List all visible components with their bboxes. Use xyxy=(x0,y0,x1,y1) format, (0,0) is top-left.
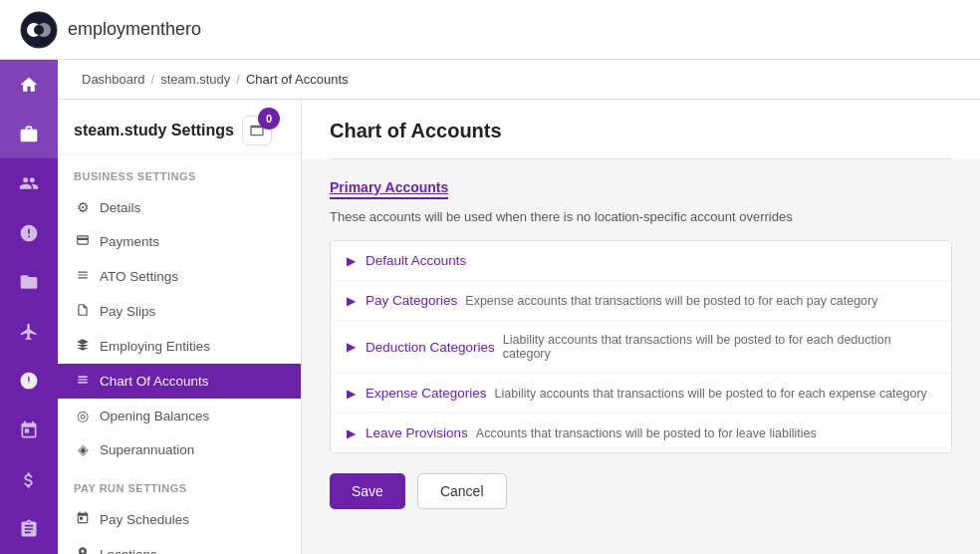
account-row-default[interactable]: ▶ Default Accounts xyxy=(331,241,951,281)
account-name-deduction: Deduction Categories xyxy=(366,340,495,355)
content-area: Dashboard / steam.study / Chart of Accou… xyxy=(58,60,980,554)
payments-icon xyxy=(74,233,92,250)
breadcrumb: Dashboard / steam.study / Chart of Accou… xyxy=(82,72,956,87)
breadcrumb-sep-1: / xyxy=(151,72,155,87)
account-name-expense: Expense Categories xyxy=(366,386,487,401)
nav-opening-balances[interactable]: ◎ Opening Balances xyxy=(58,399,301,432)
nav-ato-settings[interactable]: ATO Settings xyxy=(58,259,301,294)
primary-accounts-desc: These accounts will be used when there i… xyxy=(330,209,952,224)
nav-opening-label: Opening Balances xyxy=(100,409,209,423)
nav-employing-entities[interactable]: Employing Entities xyxy=(58,329,301,364)
sidebar-icon-dollar[interactable] xyxy=(0,455,58,505)
nav-locations-label: Locations xyxy=(100,547,157,554)
chevron-deduction-icon: ▶ xyxy=(347,340,356,354)
pay-schedules-icon xyxy=(74,511,92,528)
breadcrumb-bar: Dashboard / steam.study / Chart of Accou… xyxy=(58,60,980,100)
sidebar-icon-briefcase[interactable] xyxy=(0,110,58,159)
nav-payslips-label: Pay Slips xyxy=(100,304,155,319)
nav-details[interactable]: ⚙ Details xyxy=(58,190,301,224)
account-desc-expense: Liability accounts that transactions wil… xyxy=(495,387,927,401)
main-page-body: Primary Accounts These accounts will be … xyxy=(302,159,980,554)
nav-pay-schedules[interactable]: Pay Schedules xyxy=(58,502,301,537)
locations-icon xyxy=(74,546,92,554)
svg-point-3 xyxy=(34,25,44,35)
chart-accounts-icon xyxy=(74,373,92,390)
nav-ato-label: ATO Settings xyxy=(100,269,178,284)
notification-badge: 0 xyxy=(258,108,280,130)
cancel-button[interactable]: Cancel xyxy=(417,473,507,509)
nav-payments-label: Payments xyxy=(100,234,159,249)
employing-icon xyxy=(74,338,92,355)
account-row-expense-cat[interactable]: ▶ Expense Categories Liability accounts … xyxy=(331,374,951,414)
account-desc-pay-cat: Expense accounts that transactions will … xyxy=(465,294,877,308)
nav-chart-of-accounts[interactable]: Chart Of Accounts xyxy=(58,364,301,399)
sidebar-icon-folder[interactable] xyxy=(0,257,58,307)
account-name-pay-cat: Pay Categories xyxy=(366,293,457,308)
chart-header: Chart of Accounts xyxy=(302,100,980,159)
top-nav: employmenthero xyxy=(0,0,980,60)
account-name-default: Default Accounts xyxy=(366,253,466,268)
payslips-icon xyxy=(74,303,92,320)
save-button[interactable]: Save xyxy=(330,473,405,509)
sidebar-icon-home[interactable] xyxy=(0,60,58,110)
nav-superannuation[interactable]: ◈ Superannuation xyxy=(58,432,301,466)
business-settings-title: BUSINESS SETTINGS xyxy=(58,154,301,190)
account-desc-deduction: Liability accounts that transactions wil… xyxy=(503,333,935,361)
account-desc-leave: Accounts that transactions will be poste… xyxy=(476,426,817,440)
sidebar-icon-plane[interactable] xyxy=(0,307,58,357)
account-row-deduction-cat[interactable]: ▶ Deduction Categories Liability account… xyxy=(331,321,951,374)
account-row-pay-categories[interactable]: ▶ Pay Categories Expense accounts that t… xyxy=(331,281,951,321)
nav-pay-schedules-label: Pay Schedules xyxy=(100,512,189,527)
ato-icon xyxy=(74,268,92,285)
nav-locations[interactable]: Locations xyxy=(58,537,301,554)
action-buttons: Save Cancel xyxy=(330,473,952,509)
chevron-default-icon: ▶ xyxy=(347,254,356,268)
nav-payments[interactable]: Payments xyxy=(58,224,301,259)
chevron-expense-icon: ▶ xyxy=(347,387,356,401)
page-title: steam.study Settings xyxy=(74,122,234,139)
nav-chart-label: Chart Of Accounts xyxy=(100,374,209,389)
logo-area: employmenthero xyxy=(20,11,201,49)
main-panel: Chart of Accounts Primary Accounts These… xyxy=(302,100,980,554)
page-content: steam.study Settings 0 BUSINESS SETTINGS… xyxy=(58,100,980,554)
nav-pay-slips[interactable]: Pay Slips xyxy=(58,294,301,329)
details-icon: ⚙ xyxy=(74,199,92,215)
account-row-leave[interactable]: ▶ Leave Provisions Accounts that transac… xyxy=(331,414,951,452)
breadcrumb-dashboard[interactable]: Dashboard xyxy=(82,72,145,87)
icon-sidebar xyxy=(0,60,58,554)
sidebar-icon-money[interactable] xyxy=(0,208,58,258)
accounts-box: ▶ Default Accounts ▶ Pay Categories Expe… xyxy=(330,240,952,453)
sidebar-icon-calendar[interactable] xyxy=(0,406,58,455)
nav-details-label: Details xyxy=(100,200,140,215)
primary-accounts-label: Primary Accounts xyxy=(330,179,448,199)
breadcrumb-sep-2: / xyxy=(236,72,240,87)
sidebar-icon-users[interactable] xyxy=(0,158,58,208)
account-name-leave: Leave Provisions xyxy=(366,425,468,440)
opening-balances-icon: ◎ xyxy=(74,408,92,423)
nav-employing-label: Employing Entities xyxy=(100,339,210,354)
breadcrumb-current: Chart of Accounts xyxy=(246,72,349,87)
settings-sidebar: steam.study Settings 0 BUSINESS SETTINGS… xyxy=(58,100,302,554)
breadcrumb-org[interactable]: steam.study xyxy=(160,72,230,87)
logo-text: employmenthero xyxy=(68,19,201,40)
main-layout: Dashboard / steam.study / Chart of Accou… xyxy=(0,60,980,554)
chevron-leave-icon: ▶ xyxy=(347,426,356,440)
superannuation-icon: ◈ xyxy=(74,441,92,457)
sidebar-icon-clipboard[interactable] xyxy=(0,504,58,554)
nav-superannuation-label: Superannuation xyxy=(100,442,194,457)
sidebar-icon-clock[interactable] xyxy=(0,357,58,407)
logo-icon xyxy=(20,11,58,49)
chart-of-accounts-title: Chart of Accounts xyxy=(330,120,952,159)
pay-run-settings-title: PAY RUN SETTINGS xyxy=(58,466,301,502)
chevron-pay-cat-icon: ▶ xyxy=(347,294,356,308)
